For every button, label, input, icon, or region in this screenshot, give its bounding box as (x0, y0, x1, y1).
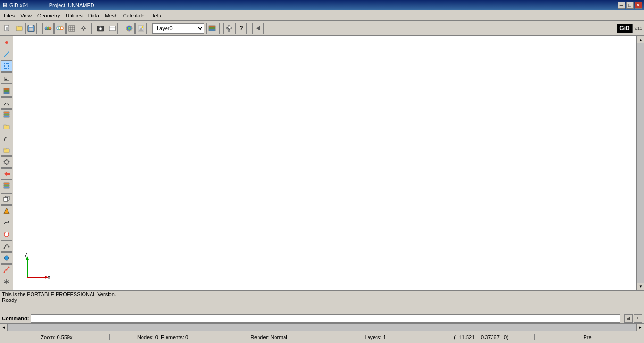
gid-logo: GiD (617, 24, 632, 33)
menu-utilities[interactable]: Utilities (63, 12, 85, 19)
svg-rect-68 (4, 187, 9, 188)
scroll-left-button[interactable]: ◄ (0, 324, 8, 331)
screenshot-button[interactable] (95, 23, 106, 34)
scroll-track-v[interactable] (637, 43, 644, 283)
svg-rect-37 (228, 25, 230, 26)
settings-button[interactable] (223, 23, 234, 34)
svg-point-75 (3, 248, 5, 249)
menu-geometry[interactable]: Geometry (34, 12, 63, 19)
spline-tool2[interactable] (1, 240, 12, 252)
svg-point-78 (3, 272, 5, 273)
view-toggle1[interactable] (42, 23, 54, 34)
main-area: E (0, 36, 644, 290)
select-box-tool[interactable] (1, 60, 12, 72)
menu-help[interactable]: Help (148, 12, 164, 19)
layer-manager-button[interactable] (206, 23, 217, 34)
render-display: Render: Normal (216, 334, 322, 340)
menu-files[interactable]: Files (1, 12, 17, 19)
line-tool[interactable] (1, 49, 12, 60)
sep1 (39, 23, 41, 34)
folder-tool2[interactable] (1, 145, 12, 156)
svg-rect-51 (4, 90, 9, 92)
menu-mesh[interactable]: Mesh (102, 12, 120, 19)
curve-tool[interactable] (1, 97, 12, 109)
scroll-track-h[interactable] (8, 324, 636, 331)
svg-point-65 (3, 163, 5, 164)
view-tools (42, 23, 89, 34)
svg-rect-16 (69, 26, 75, 31)
status-area: This is the PORTABLE PROFESSIONAL Versio… (0, 290, 644, 313)
canvas-area[interactable]: x y (13, 36, 636, 290)
menu-view[interactable]: View (17, 12, 34, 19)
svg-rect-35 (209, 27, 215, 29)
transform-tool[interactable] (1, 264, 12, 275)
render-button[interactable] (107, 23, 118, 34)
spline-tool[interactable] (1, 217, 12, 228)
minimize-button[interactable]: ─ (618, 2, 625, 9)
svg-marker-24 (84, 27, 86, 29)
svg-point-63 (8, 163, 9, 164)
cmd-grid-button[interactable]: ⊞ (624, 314, 633, 323)
arrow-tool[interactable] (1, 168, 12, 180)
scroll-right-button[interactable]: ► (636, 324, 644, 331)
sep5 (219, 23, 221, 34)
circle-tool[interactable] (1, 229, 12, 240)
layers-tool1[interactable] (1, 86, 12, 97)
help-button[interactable]: ? (235, 23, 247, 34)
vertical-scrollbar[interactable]: ▲ ▼ (636, 36, 644, 290)
svg-rect-34 (209, 29, 215, 31)
zoom-display: Zoom: 0.559x (4, 334, 110, 340)
nodes-elements-display: Nodes: 0, Elements: 0 (110, 334, 216, 340)
layers-tool3[interactable] (1, 180, 12, 191)
command-right: ⊞ + (624, 314, 642, 323)
folder-tool1[interactable] (1, 121, 12, 132)
3d-box-tool[interactable] (1, 193, 12, 205)
horizontal-scrollbar[interactable]: ◄ ► (0, 323, 644, 331)
svg-point-79 (6, 269, 7, 271)
menu-calculate[interactable]: Calculate (120, 12, 148, 19)
edit-tool[interactable]: E (1, 72, 12, 84)
svg-rect-27 (99, 26, 101, 27)
disk-tool[interactable] (1, 252, 12, 264)
svg-rect-71 (4, 197, 8, 201)
scroll-up-button[interactable]: ▲ (637, 36, 644, 43)
open-button[interactable] (14, 23, 25, 34)
file-tools (2, 23, 37, 34)
svg-text:y: y (25, 252, 27, 257)
svg-point-12 (49, 27, 51, 30)
sep4 (149, 23, 151, 34)
pre-display: Pre (535, 334, 640, 340)
move-tool[interactable] (78, 23, 89, 34)
layer-select[interactable]: Layer0 (152, 23, 204, 34)
svg-rect-59 (4, 148, 6, 149)
svg-rect-57 (4, 125, 6, 126)
svg-line-46 (4, 52, 9, 57)
svg-rect-5 (16, 26, 22, 31)
color-button[interactable] (124, 23, 135, 34)
layers-tool2[interactable] (1, 109, 12, 120)
new-button[interactable] (2, 23, 13, 34)
mesh-tool2[interactable] (1, 288, 12, 290)
cmd-settings-button[interactable]: + (634, 314, 642, 323)
triangle-tool[interactable] (1, 205, 12, 216)
view-toggle2[interactable] (54, 23, 66, 34)
svg-point-64 (6, 164, 7, 165)
svg-rect-6 (16, 26, 18, 27)
arc-tool[interactable] (1, 133, 12, 144)
exit-pre-button[interactable] (252, 23, 264, 34)
texture-button[interactable] (135, 23, 147, 34)
close-button[interactable]: ✕ (635, 2, 642, 9)
svg-rect-55 (4, 112, 9, 113)
mesh-view[interactable] (66, 23, 77, 34)
svg-point-15 (60, 27, 63, 30)
asterisk-tool[interactable] (1, 276, 12, 287)
polygon-tool[interactable] (1, 156, 12, 168)
save-button[interactable] (25, 23, 37, 34)
svg-point-61 (6, 159, 7, 161)
scroll-down-button[interactable]: ▼ (637, 283, 644, 290)
command-input[interactable] (31, 314, 620, 323)
menu-data[interactable]: Data (85, 12, 102, 19)
point-tool[interactable] (1, 37, 12, 48)
maximize-button[interactable]: □ (626, 2, 634, 9)
title-bar-controls: ─ □ ✕ (618, 2, 642, 9)
